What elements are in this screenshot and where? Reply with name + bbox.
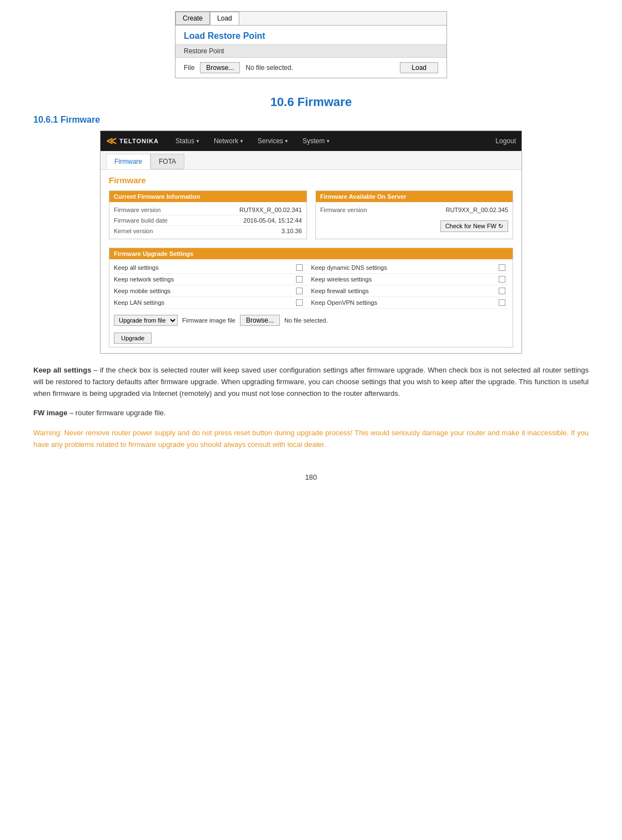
nav-system[interactable]: System ▼: [297, 133, 336, 149]
fw-version-value: RUT9XX_R_00.02.341: [239, 207, 302, 213]
available-fw-version-label: Firmware version: [320, 207, 367, 213]
section-10-6-1-heading: 10.6.1 Firmware: [33, 115, 589, 125]
keep-wireless-label: Keep wireless settings: [311, 276, 372, 283]
available-fw-version-row: Firmware version RUT9XX_R_00.02.345: [320, 205, 509, 215]
fw-build-value: 2016-05-04, 15:12:44: [243, 217, 302, 224]
keep-settings-term: Keep all settings: [33, 366, 91, 374]
upgrade-settings-grid: Keep all settings Keep dynamic DNS setti…: [109, 259, 513, 311]
fw-build-row: Firmware build date 2016-05-04, 15:12:44: [114, 215, 302, 226]
keep-openvpn-checkbox[interactable]: [499, 299, 505, 306]
keep-lan-label: Keep LAN settings: [114, 299, 164, 306]
firmware-content-title: Firmware: [109, 175, 513, 185]
restore-load-button[interactable]: Load: [400, 62, 438, 73]
keep-network-checkbox[interactable]: [296, 276, 303, 283]
keep-mobile-row: Keep mobile settings: [114, 285, 311, 297]
keep-openvpn-label: Keep OpenVPN settings: [311, 299, 377, 306]
fw-version-row: Firmware version RUT9XX_R_00.02.341: [114, 205, 302, 215]
upgrade-from-file-select[interactable]: Upgrade from file: [114, 315, 178, 326]
keep-dns-label: Keep dynamic DNS settings: [311, 264, 387, 271]
restore-browse-button[interactable]: Browse...: [200, 62, 240, 73]
section-10-6-heading: 10.6 Firmware: [33, 95, 589, 109]
upgrade-file-row: Upgrade from file Firmware image file Br…: [109, 311, 513, 329]
restore-section-label: Restore Point: [175, 44, 447, 58]
fw-browse-button[interactable]: Browse...: [240, 315, 280, 326]
check-fw-button[interactable]: Check for New FW ↻: [440, 220, 508, 232]
current-fw-box: Current Firmware Information Firmware ve…: [109, 190, 307, 239]
nav-items: Status ▼ Network ▼ Services ▼ System ▼: [170, 133, 495, 149]
router-tabs: Firmware FOTA: [101, 151, 521, 170]
create-tab[interactable]: Create: [175, 12, 210, 25]
keep-wireless-checkbox[interactable]: [499, 276, 505, 283]
no-file-text: No file selected.: [245, 64, 293, 72]
system-arrow-icon: ▼: [326, 139, 330, 144]
restore-point-container: Create Load Load Restore Point Restore P…: [175, 11, 447, 78]
keep-openvpn-row: Keep OpenVPN settings: [311, 297, 508, 309]
fw-version-label: Firmware version: [114, 207, 160, 213]
keep-mobile-checkbox[interactable]: [296, 288, 303, 294]
firmware-info-section: Current Firmware Information Firmware ve…: [109, 190, 513, 239]
keep-lan-checkbox[interactable]: [296, 299, 303, 306]
fw-image-term: FW image: [33, 409, 67, 417]
keep-all-settings-label: Keep all settings: [114, 264, 159, 271]
teltonika-logo-text: TELTONIKA: [119, 138, 159, 144]
page-number: 180: [33, 473, 589, 481]
fw-image-text: – router firmware upgrade file.: [67, 409, 165, 417]
warning-paragraph: Warning: Never remove router power suppl…: [33, 427, 589, 451]
keep-firewall-row: Keep firewall settings: [311, 285, 508, 297]
fw-no-file-text: No file selected.: [284, 317, 328, 324]
teltonika-logo-icon: ≪: [106, 135, 117, 147]
upgrade-button-row: Upgrade: [109, 329, 513, 347]
fw-image-file-label: Firmware image file: [182, 317, 235, 324]
services-arrow-icon: ▼: [284, 139, 289, 144]
status-arrow-icon: ▼: [195, 139, 200, 144]
keep-all-settings-row: Keep all settings: [114, 262, 311, 274]
keep-firewall-label: Keep firewall settings: [311, 288, 369, 294]
keep-settings-paragraph: Keep all settings – if the check box is …: [33, 365, 589, 399]
kernel-version-row: Kernel version 3.10.36: [114, 226, 302, 236]
restore-tabs: Create Load: [175, 12, 447, 26]
keep-all-settings-checkbox[interactable]: [296, 264, 303, 271]
available-fw-body: Firmware version RUT9XX_R_00.02.345: [316, 202, 513, 218]
current-fw-header: Current Firmware Information: [109, 191, 307, 202]
file-label: File: [184, 64, 194, 72]
keep-dns-checkbox[interactable]: [499, 264, 505, 271]
nav-services[interactable]: Services ▼: [252, 133, 294, 149]
fota-tab[interactable]: FOTA: [151, 154, 184, 169]
kernel-version-label: Kernel version: [114, 228, 153, 234]
keep-mobile-label: Keep mobile settings: [114, 288, 170, 294]
network-arrow-icon: ▼: [239, 139, 244, 144]
fw-build-label: Firmware build date: [114, 217, 168, 224]
router-ui-screenshot: ≪ TELTONIKA Status ▼ Network ▼ Services …: [100, 130, 522, 354]
keep-settings-text: – if the check box is selected router wi…: [33, 366, 589, 398]
fw-image-paragraph: FW image – router firmware upgrade file.: [33, 408, 589, 419]
router-navbar: ≪ TELTONIKA Status ▼ Network ▼ Services …: [101, 131, 521, 151]
available-fw-version-value: RUT9XX_R_00.02.345: [445, 207, 508, 213]
upgrade-settings-section: Firmware Upgrade Settings Keep all setti…: [109, 248, 513, 348]
keep-wireless-row: Keep wireless settings: [311, 274, 508, 285]
nav-status[interactable]: Status ▼: [170, 133, 205, 149]
nav-network[interactable]: Network ▼: [208, 133, 249, 149]
keep-lan-row: Keep LAN settings: [114, 297, 311, 309]
restore-file-row: File Browse... No file selected. Load: [175, 58, 447, 78]
kernel-version-value: 3.10.36: [282, 228, 302, 234]
load-tab[interactable]: Load: [210, 12, 239, 25]
keep-network-row: Keep network settings: [114, 274, 311, 285]
upgrade-button[interactable]: Upgrade: [114, 333, 152, 344]
current-fw-body: Firmware version RUT9XX_R_00.02.341 Firm…: [109, 202, 307, 239]
firmware-tab[interactable]: Firmware: [106, 154, 151, 169]
keep-dns-row: Keep dynamic DNS settings: [311, 262, 508, 274]
keep-firewall-checkbox[interactable]: [499, 288, 505, 294]
available-fw-header: Firmware Available On Server: [316, 191, 513, 202]
router-content: Firmware Current Firmware Information Fi…: [101, 170, 521, 353]
available-fw-box: Firmware Available On Server Firmware ve…: [315, 190, 514, 239]
upgrade-settings-header: Firmware Upgrade Settings: [109, 248, 513, 259]
keep-network-label: Keep network settings: [114, 276, 174, 283]
restore-title: Load Restore Point: [175, 26, 447, 44]
logout-button[interactable]: Logout: [495, 137, 516, 145]
router-logo: ≪ TELTONIKA: [106, 135, 159, 147]
